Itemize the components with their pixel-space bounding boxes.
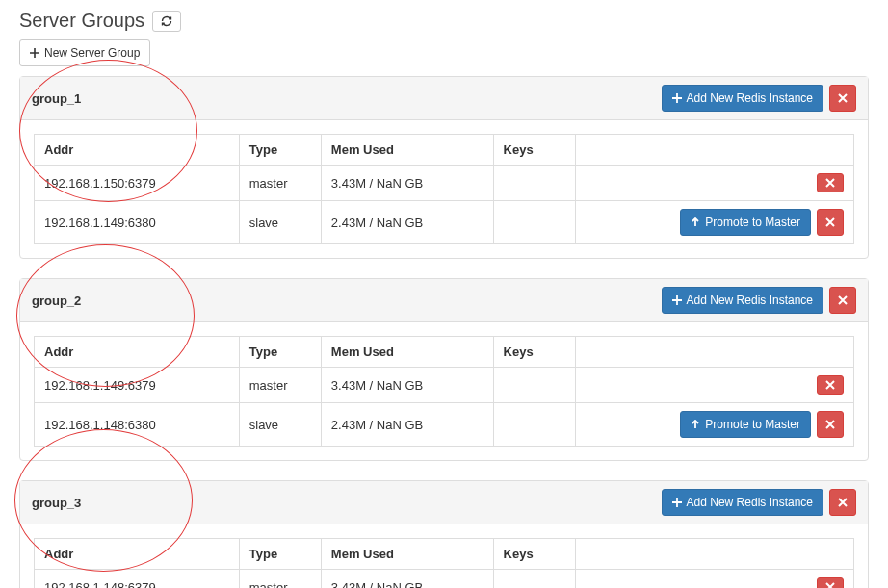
table-row: 192.168.1.149:6379master3.43M / NaN GB bbox=[35, 368, 854, 403]
remove-icon bbox=[825, 217, 835, 227]
table-header-row: AddrTypeMem UsedKeys bbox=[35, 337, 854, 368]
add-redis-instance-label: Add New Redis Instance bbox=[687, 89, 813, 107]
table-row: 192.168.1.149:6380slave2.43M / NaN GBPro… bbox=[35, 201, 854, 244]
new-server-group-label: New Server Group bbox=[44, 44, 140, 62]
delete-server-button[interactable] bbox=[817, 411, 844, 438]
remove-icon bbox=[825, 420, 835, 429]
promote-to-master-button[interactable]: Promote to Master bbox=[680, 209, 811, 236]
remove-icon bbox=[838, 295, 848, 305]
group-panel-heading: group_2Add New Redis Instance bbox=[20, 279, 868, 322]
table-header-row: AddrTypeMem UsedKeys bbox=[35, 135, 854, 166]
refresh-button[interactable] bbox=[152, 11, 181, 32]
add-redis-instance-button[interactable]: Add New Redis Instance bbox=[662, 489, 823, 516]
cell-type: master bbox=[239, 368, 321, 403]
cell-addr: 192.168.1.149:6380 bbox=[35, 201, 240, 244]
col-actions bbox=[575, 539, 853, 570]
cell-mem-used: 3.43M / NaN GB bbox=[321, 368, 493, 403]
cell-actions: Promote to Master bbox=[575, 201, 853, 244]
col-mem-used: Mem Used bbox=[321, 337, 493, 368]
delete-server-button[interactable] bbox=[817, 209, 844, 236]
cell-addr: 192.168.1.150:6379 bbox=[35, 166, 240, 201]
arrow-up-icon bbox=[691, 420, 700, 429]
group-name: group_3 bbox=[32, 496, 81, 510]
col-addr: Addr bbox=[35, 135, 240, 166]
cell-mem-used: 3.43M / NaN GB bbox=[321, 166, 493, 201]
promote-to-master-label: Promote to Master bbox=[705, 416, 800, 433]
cell-type: slave bbox=[239, 403, 321, 447]
cell-actions bbox=[575, 368, 853, 403]
server-table: AddrTypeMem UsedKeys192.168.1.150:6379ma… bbox=[34, 134, 854, 244]
plus-icon bbox=[672, 498, 682, 507]
col-actions bbox=[575, 337, 853, 368]
plus-icon bbox=[672, 93, 682, 103]
cell-addr: 192.168.1.148:6379 bbox=[35, 570, 240, 589]
table-row: 192.168.1.148:6379master3.43M / NaN GB bbox=[35, 570, 854, 589]
cell-keys bbox=[493, 403, 575, 447]
group-panel: group_2Add New Redis InstanceAddrTypeMem… bbox=[19, 278, 869, 461]
group-panel-heading: group_3Add New Redis Instance bbox=[20, 481, 868, 524]
server-table: AddrTypeMem UsedKeys192.168.1.148:6379ma… bbox=[34, 538, 854, 588]
col-addr: Addr bbox=[35, 539, 240, 570]
promote-to-master-label: Promote to Master bbox=[705, 214, 800, 231]
cell-mem-used: 2.43M / NaN GB bbox=[321, 403, 493, 447]
col-keys: Keys bbox=[493, 135, 575, 166]
cell-actions bbox=[575, 166, 853, 201]
group-name: group_2 bbox=[32, 294, 81, 308]
remove-icon bbox=[825, 582, 835, 588]
cell-actions bbox=[575, 570, 853, 589]
add-redis-instance-label: Add New Redis Instance bbox=[687, 494, 813, 511]
delete-group-button[interactable] bbox=[829, 287, 856, 314]
new-server-group-button[interactable]: New Server Group bbox=[19, 39, 150, 66]
group-panel: group_3Add New Redis InstanceAddrTypeMem… bbox=[19, 480, 869, 588]
cell-actions: Promote to Master bbox=[575, 403, 853, 447]
table-row: 192.168.1.148:6380slave2.43M / NaN GBPro… bbox=[35, 403, 854, 447]
col-actions bbox=[575, 135, 853, 166]
delete-group-button[interactable] bbox=[829, 85, 856, 112]
cell-mem-used: 3.43M / NaN GB bbox=[321, 570, 493, 589]
add-redis-instance-button[interactable]: Add New Redis Instance bbox=[662, 287, 823, 314]
delete-server-button[interactable] bbox=[817, 173, 844, 192]
group-panel-body: AddrTypeMem UsedKeys192.168.1.150:6379ma… bbox=[20, 120, 868, 258]
plus-icon bbox=[672, 295, 682, 305]
col-keys: Keys bbox=[493, 337, 575, 368]
col-keys: Keys bbox=[493, 539, 575, 570]
table-row: 192.168.1.150:6379master3.43M / NaN GB bbox=[35, 166, 854, 201]
group-panel: group_1Add New Redis InstanceAddrTypeMem… bbox=[19, 76, 869, 259]
page-title: Server Groups bbox=[19, 10, 144, 32]
refresh-icon bbox=[161, 15, 172, 27]
group-panel-body: AddrTypeMem UsedKeys192.168.1.148:6379ma… bbox=[20, 524, 868, 588]
add-redis-instance-button[interactable]: Add New Redis Instance bbox=[662, 85, 823, 112]
plus-icon bbox=[30, 48, 39, 58]
cell-keys bbox=[493, 201, 575, 244]
group-panel-heading: group_1Add New Redis Instance bbox=[20, 77, 868, 120]
cell-mem-used: 2.43M / NaN GB bbox=[321, 201, 493, 244]
delete-server-button[interactable] bbox=[817, 375, 844, 395]
remove-icon bbox=[838, 498, 848, 507]
cell-keys bbox=[493, 570, 575, 589]
remove-icon bbox=[838, 93, 848, 103]
arrow-up-icon bbox=[691, 217, 700, 227]
col-addr: Addr bbox=[35, 337, 240, 368]
cell-keys bbox=[493, 166, 575, 201]
add-redis-instance-label: Add New Redis Instance bbox=[687, 292, 813, 309]
cell-addr: 192.168.1.149:6379 bbox=[35, 368, 240, 403]
col-mem-used: Mem Used bbox=[321, 539, 493, 570]
delete-group-button[interactable] bbox=[829, 489, 856, 516]
delete-server-button[interactable] bbox=[817, 577, 844, 588]
col-mem-used: Mem Used bbox=[321, 135, 493, 166]
col-type: Type bbox=[239, 337, 321, 368]
cell-type: slave bbox=[239, 201, 321, 244]
cell-type: master bbox=[239, 570, 321, 589]
cell-addr: 192.168.1.148:6380 bbox=[35, 403, 240, 447]
promote-to-master-button[interactable]: Promote to Master bbox=[680, 411, 811, 438]
server-table: AddrTypeMem UsedKeys192.168.1.149:6379ma… bbox=[34, 336, 854, 447]
col-type: Type bbox=[239, 135, 321, 166]
cell-type: master bbox=[239, 166, 321, 201]
group-panel-body: AddrTypeMem UsedKeys192.168.1.149:6379ma… bbox=[20, 322, 868, 460]
col-type: Type bbox=[239, 539, 321, 570]
remove-icon bbox=[825, 380, 835, 390]
cell-keys bbox=[493, 368, 575, 403]
group-name: group_1 bbox=[32, 91, 81, 106]
remove-icon bbox=[825, 178, 835, 188]
table-header-row: AddrTypeMem UsedKeys bbox=[35, 539, 854, 570]
